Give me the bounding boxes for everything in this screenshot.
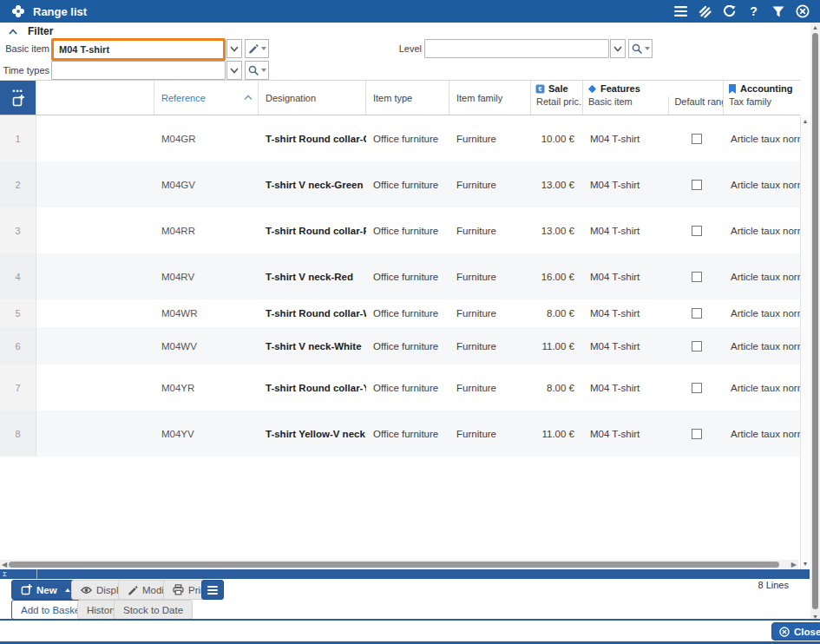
basic-item-cell: M04 T-shirt: [583, 115, 670, 161]
layers-icon[interactable]: [698, 4, 712, 19]
item-type-cell: Office furniture: [366, 365, 449, 411]
default-range-checkbox[interactable]: [692, 429, 702, 439]
help-icon[interactable]: ?: [746, 4, 761, 19]
reference-cell: M04YR: [154, 365, 259, 411]
reference-cell: M04GR: [154, 115, 259, 161]
table-row[interactable]: 3 M04RR T-shirt Round collar-Red Office …: [0, 207, 800, 253]
table-body: 1 M04GR T-shirt Round collar-Green Offic…: [0, 115, 800, 457]
new-record-icon: [21, 584, 32, 595]
default-range-checkbox[interactable]: [692, 180, 702, 190]
window-scrollbar-thumb[interactable]: [812, 33, 818, 609]
column-header-designation[interactable]: Designation: [259, 81, 366, 115]
designation-cell: T-shirt Round collar-Red: [259, 207, 366, 253]
new-button[interactable]: New: [11, 580, 80, 600]
scroll-left-icon[interactable]: ◀: [2, 560, 7, 569]
tax-family-cell: Article taux norm...: [724, 365, 800, 411]
horizontal-scrollbar-thumb[interactable]: [9, 562, 779, 568]
window-vertical-scrollbar[interactable]: ▲ ▼: [810, 23, 820, 621]
close-icon: [779, 627, 790, 637]
reference-cell: M04YV: [154, 411, 259, 457]
column-header-tax-family[interactable]: Tax family: [724, 96, 800, 115]
grid-vertical-scrollbar[interactable]: ▲ ▼: [800, 115, 810, 569]
retail-price-cell: 13.00 €: [531, 161, 583, 207]
item-type-cell: Office furniture: [366, 207, 449, 253]
stock-to-date-button[interactable]: Stock to Date: [114, 600, 193, 620]
reference-cell: M04WV: [154, 327, 259, 365]
level-dropdown-button[interactable]: [610, 39, 626, 58]
default-range-checkbox[interactable]: [692, 383, 702, 393]
item-family-cell: Furniture: [449, 207, 531, 253]
item-type-cell: Office furniture: [366, 411, 449, 457]
refresh-icon[interactable]: [722, 4, 737, 19]
sigma-icon: Σ: [3, 570, 7, 578]
row-image-cell: [36, 365, 154, 411]
item-family-cell: Furniture: [449, 115, 531, 161]
basic-item-cell: M04 T-shirt: [583, 327, 670, 365]
tax-family-cell: Article taux norm...: [724, 253, 800, 299]
basic-item-input[interactable]: [51, 38, 226, 61]
column-header-basic-item[interactable]: Basic item: [583, 96, 669, 115]
default-range-checkbox[interactable]: [692, 272, 702, 282]
level-search-button[interactable]: [628, 39, 653, 58]
designation-cell: T-shirt Round collar-Green: [259, 115, 366, 161]
default-range-checkbox[interactable]: [692, 308, 702, 319]
new-dropdown-caret-icon[interactable]: [65, 588, 70, 592]
scroll-up-icon[interactable]: ▲: [801, 118, 810, 124]
magnifier-icon: [632, 43, 642, 54]
default-range-checkbox[interactable]: [692, 134, 702, 144]
level-label: Level: [364, 43, 422, 54]
menu-icon[interactable]: [673, 4, 688, 19]
column-header-item-type[interactable]: Item type: [366, 81, 449, 115]
page-title: Range list: [33, 5, 87, 18]
scroll-down-icon[interactable]: ▼: [801, 561, 810, 567]
close-window-icon[interactable]: [795, 4, 810, 19]
more-actions-button[interactable]: [201, 580, 224, 600]
item-type-cell: Office furniture: [366, 299, 449, 327]
basic-item-label: Basic item: [0, 43, 49, 54]
column-group-features: Features Basic item Default range: [583, 81, 724, 115]
column-header-reference[interactable]: Reference: [154, 81, 259, 115]
time-types-search-button[interactable]: [245, 61, 269, 80]
retail-price-cell: 16.00 €: [531, 253, 583, 299]
table-row[interactable]: 6 M04WV T-shirt V neck-White Office furn…: [0, 327, 800, 365]
scroll-up-icon[interactable]: ▲: [810, 24, 820, 30]
close-button[interactable]: Close: [771, 622, 820, 641]
level-input[interactable]: [424, 39, 609, 58]
default-range-checkbox[interactable]: [692, 341, 702, 352]
item-type-cell: Office furniture: [366, 115, 449, 161]
grid-actions-button[interactable]: •••: [0, 81, 36, 115]
row-image-cell: [36, 411, 154, 457]
table-row[interactable]: 8 M04YV T-shirt Yellow-V neck Office fur…: [0, 411, 800, 457]
table-row[interactable]: 5 M04WR T-shirt Round collar-White Offic…: [0, 299, 800, 327]
retail-price-cell: 10.00 €: [531, 115, 583, 161]
column-header-retail-price[interactable]: Retail pric...: [531, 96, 582, 115]
column-header-image[interactable]: [36, 81, 154, 115]
scroll-right-icon[interactable]: ▶: [791, 560, 797, 569]
default-range-checkbox[interactable]: [692, 226, 702, 236]
retail-price-cell: 11.00 €: [531, 411, 583, 457]
tool-caret-icon: [261, 47, 266, 50]
filter-section-header[interactable]: Filter: [9, 25, 53, 37]
filter-icon[interactable]: [771, 4, 785, 19]
column-header-item-family[interactable]: Item family: [449, 81, 531, 115]
filter-section-label: Filter: [28, 25, 53, 37]
table-row[interactable]: 1 M04GR T-shirt Round collar-Green Offic…: [0, 115, 800, 161]
time-types-dropdown-button[interactable]: [226, 61, 242, 80]
time-types-label: Time types: [0, 65, 49, 76]
basic-item-dropdown-button[interactable]: [226, 39, 242, 58]
default-range-cell: [670, 115, 724, 161]
table-row[interactable]: 4 M04RV T-shirt V neck-Red Office furnit…: [0, 253, 800, 299]
horizontal-scrollbar[interactable]: ◀ ▶: [0, 560, 798, 569]
default-range-cell: [670, 207, 724, 253]
menu-icon: [207, 586, 218, 595]
column-header-default-range[interactable]: Default range: [669, 96, 723, 115]
basic-item-cell: M04 T-shirt: [583, 411, 670, 457]
table-row[interactable]: 2 M04GV T-shirt V neck-Green Office furn…: [0, 161, 800, 207]
reference-cell: M04RR: [154, 207, 259, 253]
tax-family-cell: Article taux norm...: [724, 207, 800, 253]
item-family-cell: Furniture: [449, 299, 531, 327]
basic-item-edit-button[interactable]: [245, 39, 269, 58]
retail-price-cell: 8.00 €: [531, 299, 583, 327]
time-types-input[interactable]: [51, 61, 226, 80]
table-row[interactable]: 7 M04YR T-shirt Round collar-Yellow Offi…: [0, 365, 800, 411]
